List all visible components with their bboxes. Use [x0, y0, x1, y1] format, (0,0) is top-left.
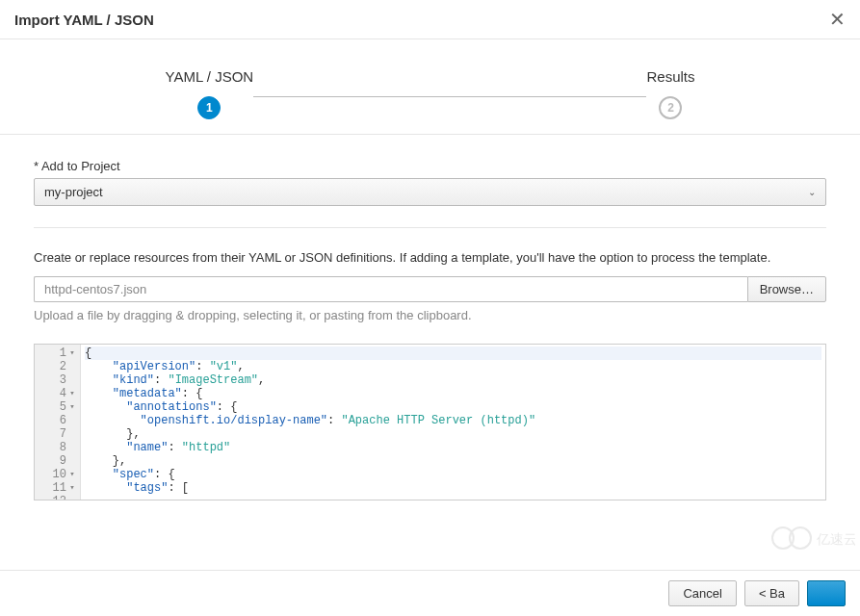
code-line[interactable]: "tags": [: [85, 481, 821, 495]
code-editor[interactable]: 1▾234▾5▾678910▾11▾12▾ { "apiVersion": "v…: [34, 344, 826, 500]
code-line[interactable]: "metadata": {: [85, 387, 821, 400]
gutter-line: 7: [37, 427, 76, 441]
step-yaml-json[interactable]: YAML / JSON 1: [166, 68, 254, 119]
code-line[interactable]: "annotations": {: [85, 400, 821, 414]
chevron-down-icon: ⌄: [808, 187, 816, 197]
step-number-icon: 2: [659, 96, 682, 119]
gutter-line: 10▾: [37, 468, 76, 481]
gutter-line: 3: [37, 373, 76, 387]
gutter-line: 9: [37, 454, 76, 468]
code-line[interactable]: "kind": "ImageStream",: [85, 373, 821, 387]
upload-hint: Upload a file by dragging & dropping, se…: [34, 308, 826, 322]
code-line[interactable]: },: [85, 454, 821, 468]
gutter-line: 5▾: [37, 400, 76, 414]
code-line[interactable]: {: [85, 346, 821, 360]
fold-icon[interactable]: ▾: [66, 400, 76, 414]
project-label: * Add to Project: [34, 159, 826, 173]
editor-code[interactable]: { "apiVersion": "v1", "kind": "ImageStre…: [81, 345, 825, 500]
gutter-line: 8: [37, 441, 76, 454]
wizard-steps: YAML / JSON 1 Results 2: [0, 39, 860, 135]
step-connector: [253, 96, 646, 97]
code-line[interactable]: "name": "httpd": [85, 441, 821, 454]
watermark: 亿速云: [769, 521, 855, 558]
fold-icon[interactable]: ▾: [66, 468, 76, 481]
fold-icon[interactable]: ▾: [66, 495, 76, 500]
fold-icon[interactable]: ▾: [66, 481, 76, 495]
svg-point-0: [772, 527, 794, 549]
create-button[interactable]: [807, 580, 846, 606]
divider: [34, 227, 826, 228]
step-label: YAML / JSON: [166, 68, 254, 85]
gutter-line: 12▾: [37, 495, 76, 500]
description-text: Create or replace resources from their Y…: [34, 249, 826, 267]
gutter-line: 6: [37, 414, 76, 427]
project-select[interactable]: my-project ⌄: [34, 178, 826, 206]
step-label: Results: [646, 68, 694, 85]
gutter-line: 1▾: [37, 346, 76, 360]
dialog-header: Import YAML / JSON ✕: [0, 0, 860, 39]
file-input-row: httpd-centos7.json Browse…: [34, 276, 826, 302]
gutter-line: 4▾: [37, 387, 76, 400]
gutter-line: 11▾: [37, 481, 76, 495]
svg-text:亿速云: 亿速云: [816, 531, 855, 547]
code-line[interactable]: "spec": {: [85, 468, 821, 481]
back-button[interactable]: < Ba: [744, 580, 799, 606]
code-line[interactable]: "openshift.io/display-name": "Apache HTT…: [85, 414, 821, 427]
code-line[interactable]: },: [85, 427, 821, 441]
step-number-icon: 1: [197, 96, 221, 119]
step-results[interactable]: Results 2: [646, 68, 694, 119]
editor-gutter: 1▾234▾5▾678910▾11▾12▾: [35, 345, 81, 500]
browse-button[interactable]: Browse…: [747, 276, 826, 302]
dialog-footer: Cancel < Ba: [0, 570, 860, 616]
dialog-body: * Add to Project my-project ⌄ Create or …: [0, 135, 860, 510]
fold-icon[interactable]: ▾: [66, 346, 76, 360]
code-line[interactable]: "apiVersion": "v1",: [85, 360, 821, 373]
filename-input[interactable]: httpd-centos7.json: [34, 276, 747, 302]
gutter-line: 2: [37, 360, 76, 373]
project-select-value: my-project: [44, 185, 103, 199]
cancel-button[interactable]: Cancel: [668, 580, 736, 606]
close-icon[interactable]: ✕: [829, 10, 846, 29]
dialog-title: Import YAML / JSON: [14, 12, 154, 28]
fold-icon[interactable]: ▾: [66, 387, 76, 400]
code-line[interactable]: [85, 495, 821, 500]
svg-point-1: [790, 527, 811, 549]
